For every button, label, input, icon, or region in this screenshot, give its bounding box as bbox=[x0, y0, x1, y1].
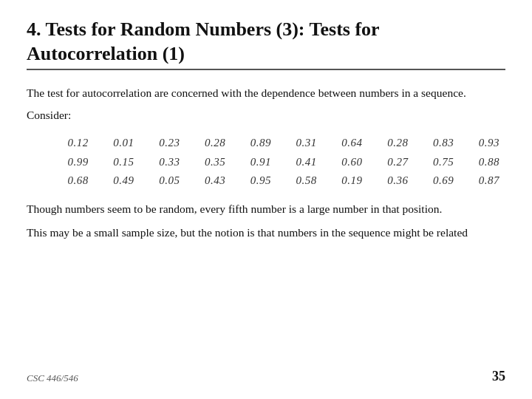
number-row-1: 0.120.010.230.280.890.310.640.280.830.93 bbox=[49, 134, 505, 153]
para2: Though numbers seem to be random, every … bbox=[27, 201, 505, 217]
footer-page-number: 35 bbox=[492, 369, 505, 384]
number-cell: 0.43 bbox=[185, 171, 231, 191]
number-cell: 0.28 bbox=[185, 134, 231, 153]
number-cell: 0.58 bbox=[277, 171, 323, 191]
number-cell: 0.05 bbox=[140, 171, 186, 191]
number-cell: 0.41 bbox=[277, 153, 323, 172]
number-cell: 0.88 bbox=[460, 153, 505, 172]
para3: This may be a small sample size, but the… bbox=[27, 225, 505, 241]
number-cell: 0.19 bbox=[323, 171, 369, 191]
content-section: The test for autocorrelation are concern… bbox=[27, 85, 505, 361]
number-cell: 0.27 bbox=[369, 153, 415, 172]
footer-course: CSC 446/546 bbox=[27, 372, 78, 384]
number-cell: 0.89 bbox=[231, 134, 277, 153]
footer: CSC 446/546 35 bbox=[27, 361, 505, 384]
number-cell: 0.35 bbox=[185, 153, 231, 172]
number-cell: 0.15 bbox=[95, 153, 140, 172]
number-cell: 0.69 bbox=[414, 171, 460, 191]
number-cell: 0.91 bbox=[231, 153, 277, 172]
consider-label: Consider: bbox=[27, 109, 505, 122]
number-table: 0.120.010.230.280.890.310.640.280.830.93… bbox=[49, 134, 505, 191]
number-cell: 0.49 bbox=[95, 171, 140, 191]
title-section: 4. Tests for Random Numbers (3): Tests f… bbox=[27, 18, 505, 81]
page-title: 4. Tests for Random Numbers (3): Tests f… bbox=[27, 18, 505, 66]
title-underline bbox=[27, 69, 505, 70]
number-cell: 0.12 bbox=[49, 134, 95, 153]
number-cell: 0.64 bbox=[323, 134, 369, 153]
number-cell: 0.31 bbox=[277, 134, 323, 153]
number-cell: 0.95 bbox=[231, 171, 277, 191]
number-cell: 0.60 bbox=[323, 153, 369, 172]
number-cell: 0.75 bbox=[414, 153, 460, 172]
number-cell: 0.99 bbox=[49, 153, 95, 172]
number-cell: 0.68 bbox=[49, 171, 95, 191]
intro-paragraph: The test for autocorrelation are concern… bbox=[27, 85, 505, 101]
number-cell: 0.93 bbox=[460, 134, 505, 153]
number-cell: 0.36 bbox=[369, 171, 415, 191]
number-cell: 0.33 bbox=[140, 153, 186, 172]
number-cell: 0.01 bbox=[95, 134, 140, 153]
number-row-3: 0.680.490.050.430.950.580.190.360.690.87 bbox=[49, 171, 505, 191]
number-cell: 0.87 bbox=[460, 171, 505, 191]
number-row-2: 0.990.150.330.350.910.410.600.270.750.88 bbox=[49, 153, 505, 172]
number-cell: 0.23 bbox=[140, 134, 186, 153]
number-cell: 0.28 bbox=[369, 134, 415, 153]
page-container: 4. Tests for Random Numbers (3): Tests f… bbox=[0, 0, 532, 399]
number-cell: 0.83 bbox=[414, 134, 460, 153]
